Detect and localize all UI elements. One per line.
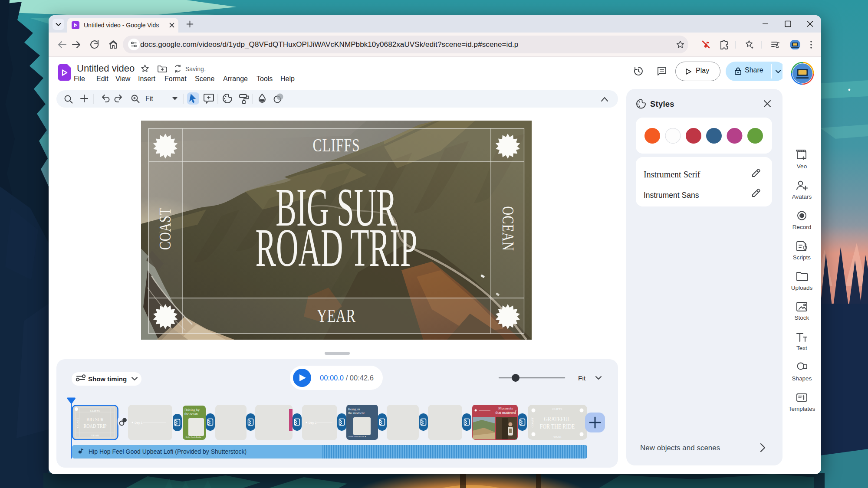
svg-text:Instrument Serif: Instrument Serif (644, 170, 700, 179)
svg-text:Driving by: Driving by (184, 408, 200, 412)
svg-text:that mattered: that mattered (495, 410, 516, 415)
svg-text:◦ Bixby Creek Bridge: ◦ Bixby Creek Bridge (184, 436, 201, 438)
svg-text:GRATEFUL: GRATEFUL (544, 416, 570, 423)
svg-text:Shapes: Shapes (792, 375, 812, 382)
svg-text:Show timing: Show timing (88, 375, 127, 383)
svg-text:CLIFFS: CLIFFS (313, 134, 360, 155)
svg-text:Record: Record (792, 224, 812, 230)
svg-text:the moment: the moment (348, 411, 365, 415)
svg-text:◦ Sand Dollar Beach ✦: ◦ Sand Dollar Beach ✦ (348, 436, 366, 438)
svg-text:Saving…: Saving… (185, 66, 206, 72)
svg-text:New objects and scenes: New objects and scenes (640, 444, 720, 452)
svg-text:Day 1: Day 1 (135, 421, 142, 425)
svg-text:Templates: Templates (789, 406, 815, 412)
svg-text:ROAD TRIP: ROAD TRIP (84, 423, 107, 429)
svg-text:ROAD TRIP: ROAD TRIP (255, 218, 417, 278)
svg-text:Fit: Fit (578, 374, 586, 382)
svg-text:Avatars: Avatars (792, 193, 812, 200)
svg-text:Styles: Styles (650, 99, 674, 108)
svg-text:Scripts: Scripts (793, 254, 811, 261)
svg-text:Fit: Fit (145, 95, 153, 102)
svg-text:BIG SUR: BIG SUR (86, 416, 104, 422)
svg-text:the ocean: the ocean (184, 412, 197, 416)
svg-text:CLIFFS: CLIFFS (90, 409, 100, 413)
svg-text:Veo: Veo (797, 163, 807, 170)
svg-text:Moments: Moments (498, 406, 513, 410)
svg-text:Hip Hop Feel Good Upbeat Lofi: Hip Hop Feel Good Upbeat Lofi (Provided … (89, 448, 247, 455)
svg-text:YEAR: YEAR (553, 435, 561, 439)
svg-text:Being in: Being in (348, 407, 360, 411)
svg-text:OCEAN: OCEAN (499, 206, 517, 251)
svg-text:Uploads: Uploads (791, 285, 813, 291)
svg-text:Day 2: Day 2 (309, 421, 316, 425)
svg-text:Stock: Stock (795, 314, 809, 321)
svg-text:Text: Text (796, 345, 807, 351)
svg-text:YEAR: YEAR (317, 305, 356, 326)
svg-text:COAST: COAST (156, 207, 174, 250)
svg-text:Instrument Sans: Instrument Sans (644, 191, 699, 200)
svg-text:COAST: COAST (76, 418, 79, 428)
svg-text:CLIFFS: CLIFFS (552, 407, 562, 411)
svg-text:COAST: COAST (531, 417, 534, 428)
svg-text:YEAR: YEAR (91, 434, 99, 437)
svg-text:00:00.0 / 00:42.6: 00:00.0 / 00:42.6 (320, 374, 374, 382)
svg-text:FOR THE RIDE: FOR THE RIDE (540, 423, 575, 430)
